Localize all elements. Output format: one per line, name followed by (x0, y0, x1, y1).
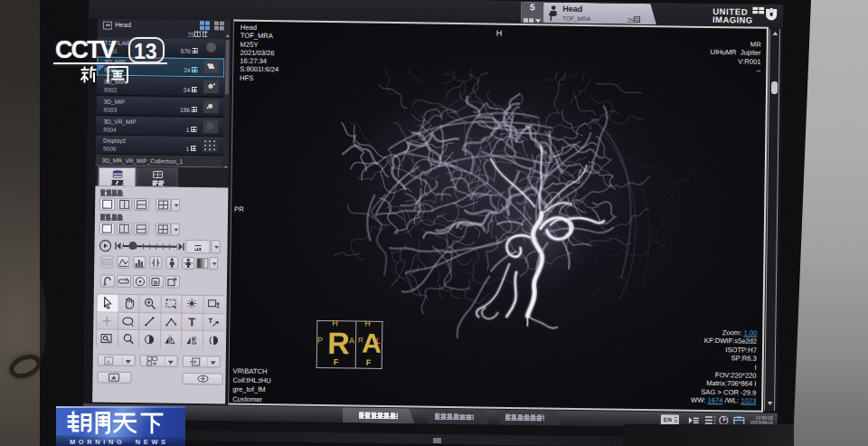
svg-text:T: T (188, 316, 195, 328)
svg-text:R: R (193, 336, 197, 341)
svg-text:b: b (154, 279, 157, 285)
svg-text:T: T (208, 317, 212, 325)
